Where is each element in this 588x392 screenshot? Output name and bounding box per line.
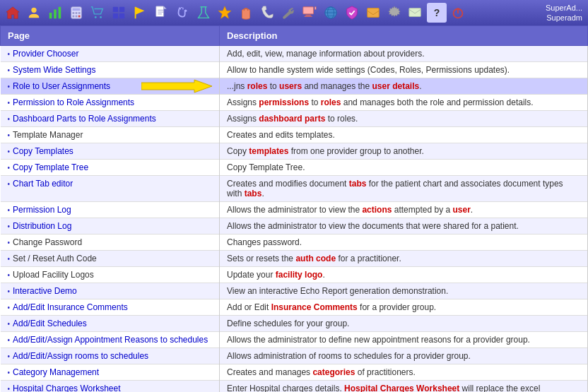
table-row: •Copy TemplatesCopy templates from one p… (1, 143, 588, 160)
page-cell: •Distribution Log (1, 218, 220, 234)
desc-part: for a practitioner. (336, 254, 401, 263)
page-cell: •Dashboard Parts to Role Assignments (1, 111, 220, 127)
page-link[interactable]: Chart Tab editor (13, 179, 73, 189)
table-row: •System Wide SettingsAllow to handle sys… (1, 62, 588, 78)
flask-icon[interactable] (194, 3, 213, 23)
desc-cell: Enter Hospital charges details. Hospital… (220, 381, 588, 393)
svg-point-1 (31, 8, 36, 13)
globe-icon[interactable] (321, 3, 341, 23)
table-row: •Permission LogAllows the administrator … (1, 202, 588, 218)
desc-part: Allow to handle system wide settings (Co… (227, 65, 510, 75)
desc-part: Assigns (227, 97, 259, 107)
shield-icon[interactable] (342, 3, 362, 23)
page-link[interactable]: Permission Log (13, 205, 71, 215)
desc-text: Creates and modifies document tabs for t… (227, 179, 563, 198)
svg-rect-9 (78, 12, 81, 14)
stethoscope-icon[interactable] (172, 3, 192, 23)
page-link[interactable]: Distribution Log (13, 221, 71, 231)
cart-icon[interactable] (88, 3, 107, 23)
desc-part: Allows the administrator to define new a… (227, 335, 530, 345)
question-icon[interactable]: ? (427, 3, 447, 23)
table-row: •Change PasswordChanges password. (1, 234, 588, 251)
desc-part: for a provider group. (358, 302, 436, 312)
wrench-icon[interactable] (278, 3, 298, 23)
bullet-icon: • (8, 271, 11, 279)
page-link[interactable]: Copy Template Tree (13, 162, 88, 172)
desc-part: Allows the administrator to view the doc… (227, 221, 519, 231)
svg-point-13 (95, 16, 97, 18)
settings-icon[interactable] (384, 3, 404, 23)
bullet-icon: • (8, 239, 11, 247)
page-cell: •Permission Log (1, 202, 220, 218)
desc-cell: Creates and edits templates. (220, 127, 588, 143)
desc-cell: Allows the administrator to view the act… (220, 202, 588, 218)
desc-text: ...jns roles to users and manages the us… (227, 81, 422, 91)
page-cell: •Template Manager (1, 127, 220, 143)
bullet-icon: • (8, 336, 11, 344)
table-row: •Dashboard Parts to Role AssignmentsAssi… (1, 111, 588, 127)
inbox-icon[interactable] (363, 3, 383, 23)
page-link[interactable]: Category Management (13, 367, 99, 377)
mail-icon[interactable] (406, 3, 425, 23)
page-cell: •Provider Chooser (1, 46, 220, 62)
desc-part: Creates and manages (227, 367, 312, 377)
desc-part: Copy (227, 146, 249, 156)
svg-rect-6 (73, 8, 81, 11)
page-cell: •Upload Facility Logos (1, 267, 220, 283)
desc-part: Add or Edit (227, 302, 271, 312)
bullet-icon: • (8, 164, 11, 172)
page-link[interactable]: Dashboard Parts to Role Assignments (13, 114, 156, 124)
star-icon[interactable] (215, 3, 235, 23)
page-link[interactable]: Interactive Demo (13, 286, 77, 296)
page-link[interactable]: Copy Templates (13, 146, 74, 156)
page-cell: •Change Password (1, 234, 220, 251)
desc-text: Add, edit, view, manage information abou… (227, 49, 425, 59)
page-label: Set / Reset Auth Code (13, 254, 97, 263)
bag-icon[interactable] (236, 3, 256, 23)
monitor-icon[interactable] (300, 3, 319, 23)
grid-icon[interactable] (109, 3, 129, 23)
power-icon[interactable] (448, 3, 468, 23)
desc-text: Sets or resets the auth code for a pract… (227, 254, 401, 263)
page-label: Template Manager (13, 130, 83, 140)
person-icon[interactable] (24, 3, 44, 23)
page-link[interactable]: Hospital Charges Worksheet (13, 384, 121, 392)
desc-part: templates (249, 146, 288, 156)
page-link[interactable]: Role to User Assignments (13, 81, 110, 91)
admin-table: Page Description •Provider ChooserAdd, e… (0, 25, 588, 392)
home-icon[interactable] (3, 3, 23, 23)
desc-part: Add, edit, view, manage information abou… (227, 49, 425, 59)
desc-part: . (419, 81, 421, 91)
svg-point-14 (100, 16, 102, 18)
page-link[interactable]: Add/Edit/Assign rooms to schedules (13, 351, 148, 361)
desc-cell: View an interactive Echo Report generati… (220, 283, 588, 299)
desc-cell: ...jns roles to users and manages the us… (220, 78, 588, 95)
page-link[interactable]: Add/Edit/Assign Appointment Reasons to s… (13, 335, 208, 345)
page-cell: •Hospital Charges Worksheet (1, 381, 220, 393)
flag-icon[interactable] (130, 3, 150, 23)
desc-text: Enter Hospital charges details. Hospital… (227, 384, 540, 392)
calculator-icon[interactable] (66, 3, 86, 23)
desc-part: will replace the excel (459, 384, 540, 392)
desc-part: actions (362, 205, 392, 215)
document-icon[interactable] (151, 3, 171, 23)
desc-part: Creates and modifies document (227, 179, 349, 189)
page-link[interactable]: Add/Edit Insurance Comments (13, 302, 128, 312)
bullet-icon: • (8, 320, 11, 328)
page-label: Change Password (13, 237, 82, 247)
page-link[interactable]: Provider Chooser (13, 49, 78, 59)
desc-part: user (453, 205, 471, 215)
desc-part: Assigns (227, 114, 259, 124)
page-link[interactable]: Permission to Role Assignments (13, 97, 134, 107)
page-link[interactable]: Add/Edit Schedules (13, 319, 87, 328)
desc-cell: Update your facility logo. (220, 267, 588, 283)
desc-part: to roles. (325, 114, 358, 124)
page-cell: •Copy Templates (1, 143, 220, 160)
desc-part: . (261, 189, 264, 198)
desc-part: facility logo (276, 270, 323, 280)
phone-icon[interactable] (257, 3, 277, 23)
page-link[interactable]: System Wide Settings (13, 65, 95, 75)
desc-part: roles (321, 97, 341, 107)
chart-icon[interactable] (45, 3, 65, 23)
svg-rect-16 (119, 7, 124, 12)
